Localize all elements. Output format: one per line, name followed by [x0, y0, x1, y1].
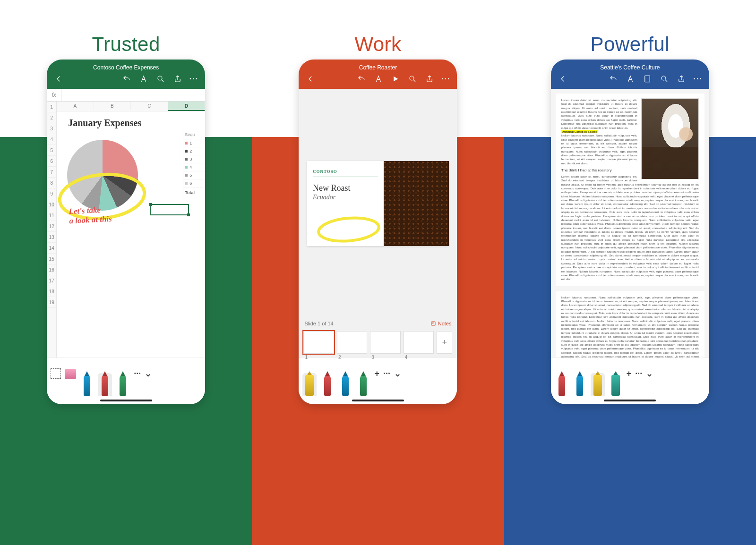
document-area[interactable]: Lorem ipsum dolor sit amet, consectetur …: [551, 89, 709, 358]
add-pen-icon[interactable]: +: [627, 369, 632, 379]
add-pen-icon[interactable]: +: [374, 369, 379, 379]
svg-point-6: [662, 76, 666, 80]
more-pens-icon[interactable]: ···: [134, 369, 141, 379]
col-header[interactable]: D: [168, 102, 206, 111]
pen-green[interactable]: [116, 373, 130, 396]
legend-item: 5: [183, 171, 205, 179]
home-indicator: [100, 400, 152, 401]
pen-blue[interactable]: [573, 373, 587, 396]
row-header[interactable]: 8: [47, 178, 56, 188]
notes-button[interactable]: Notes: [430, 321, 452, 326]
col-header[interactable]: C: [131, 102, 168, 110]
slide-thumb[interactable]: 2: [337, 331, 367, 354]
svg-point-2: [410, 76, 414, 80]
pen-red[interactable]: [320, 373, 335, 396]
search-icon[interactable]: [659, 74, 670, 84]
pie-chart[interactable]: [67, 140, 138, 211]
highlighter-yellow[interactable]: [591, 373, 605, 396]
share-icon[interactable]: [424, 74, 435, 84]
highlighter-yellow[interactable]: [302, 373, 317, 396]
row-header[interactable]: 19: [47, 297, 56, 308]
pen-red[interactable]: [98, 373, 112, 396]
row-header[interactable]: 17: [47, 275, 56, 286]
back-icon[interactable]: [305, 74, 316, 84]
row-header[interactable]: 15: [47, 254, 56, 264]
play-icon[interactable]: [390, 74, 401, 84]
more-icon[interactable]: ···: [693, 75, 702, 83]
cell-selection[interactable]: [150, 204, 189, 215]
lasso-tool-icon[interactable]: [51, 368, 61, 379]
excel-doc-title: Contoso Coffee Expenses: [52, 62, 200, 74]
more-icon[interactable]: ···: [189, 75, 198, 83]
column-headers: ABCD: [57, 102, 205, 111]
row-header[interactable]: 2: [47, 112, 56, 123]
eraser-tool-icon[interactable]: [65, 369, 76, 379]
page-1[interactable]: Lorem ipsum dolor sit amet, consectetur …: [556, 94, 704, 286]
font-icon[interactable]: [138, 74, 149, 84]
svg-point-0: [158, 76, 162, 80]
row-header[interactable]: 1: [47, 102, 56, 112]
layout-icon[interactable]: [642, 74, 653, 84]
undo-icon[interactable]: [608, 74, 619, 84]
more-pens-icon[interactable]: ···: [635, 369, 642, 379]
undo-icon[interactable]: [121, 74, 132, 84]
slide-thumb[interactable]: 4: [404, 331, 434, 354]
share-icon[interactable]: [676, 74, 687, 84]
spreadsheet[interactable]: 12345678910111213141516171819 ABCD Janua…: [47, 102, 205, 358]
add-slide-button[interactable]: +: [437, 331, 452, 354]
slide-thumbnails: 1234+: [299, 329, 457, 358]
row-header[interactable]: 14: [47, 243, 56, 254]
collapse-icon[interactable]: ⌄: [646, 368, 653, 379]
row-header[interactable]: 7: [47, 167, 56, 178]
panel-title-excel: Trusted: [92, 33, 160, 56]
undo-icon[interactable]: [356, 74, 367, 84]
row-header[interactable]: 9: [47, 188, 56, 199]
page-2[interactable]: Nullam lobortis nonquam. Nunc sollicitud…: [556, 291, 704, 358]
font-icon[interactable]: [625, 74, 636, 84]
row-header[interactable]: 11: [47, 210, 56, 221]
more-icon[interactable]: ···: [441, 75, 450, 83]
col-header[interactable]: A: [57, 102, 94, 110]
slide-thumb[interactable]: 1: [303, 331, 334, 354]
row-header[interactable]: 5: [47, 145, 56, 156]
font-icon[interactable]: [373, 74, 384, 84]
inline-photo[interactable]: [641, 98, 699, 179]
row-header[interactable]: 18: [47, 286, 56, 297]
search-icon[interactable]: [155, 74, 166, 84]
col-header[interactable]: B: [94, 102, 131, 110]
legend-header: Sequ: [183, 130, 205, 139]
pen-blue[interactable]: [338, 373, 352, 396]
collapse-icon[interactable]: ⌄: [394, 368, 401, 379]
slide-main[interactable]: CONTOSO New Roast Ecuador: [307, 161, 449, 246]
slide-counter: Slide 1 of 14: [304, 321, 333, 326]
formula-input[interactable]: [61, 89, 205, 101]
slide-title: New Roast: [313, 184, 378, 193]
word-doc-title: Seattle's Coffee Culture: [556, 62, 704, 74]
pen-green[interactable]: [356, 373, 370, 396]
chart-zone: January Expenses Sequ 123456 Total Let's…: [57, 111, 205, 358]
chart-title: January Expenses: [68, 118, 141, 128]
collapse-icon[interactable]: ⌄: [145, 368, 152, 379]
formula-bar: fx: [47, 89, 205, 102]
search-icon[interactable]: [407, 74, 418, 84]
row-header[interactable]: 16: [47, 264, 56, 275]
row-header[interactable]: 12: [47, 221, 56, 232]
back-icon[interactable]: [558, 74, 568, 84]
pen-red[interactable]: [555, 373, 569, 396]
row-header[interactable]: 4: [47, 134, 56, 145]
highlighter-teal[interactable]: [609, 373, 623, 396]
pen-blue[interactable]: [80, 373, 94, 396]
back-icon[interactable]: [53, 74, 64, 84]
slide-subtitle: Ecuador: [313, 194, 378, 201]
row-header[interactable]: 10: [47, 199, 56, 210]
word-draw-toolbar: + ··· ⌄: [551, 358, 709, 404]
word-header: Seattle's Coffee Culture ···: [551, 60, 709, 89]
more-pens-icon[interactable]: ···: [383, 369, 390, 379]
share-icon[interactable]: [172, 74, 183, 84]
row-header[interactable]: 13: [47, 232, 56, 243]
slide-thumb[interactable]: 3: [370, 331, 400, 354]
legend-item: 3: [183, 155, 205, 163]
row-header[interactable]: 6: [47, 156, 56, 167]
row-header[interactable]: 3: [47, 123, 56, 134]
svg-rect-5: [645, 76, 650, 82]
